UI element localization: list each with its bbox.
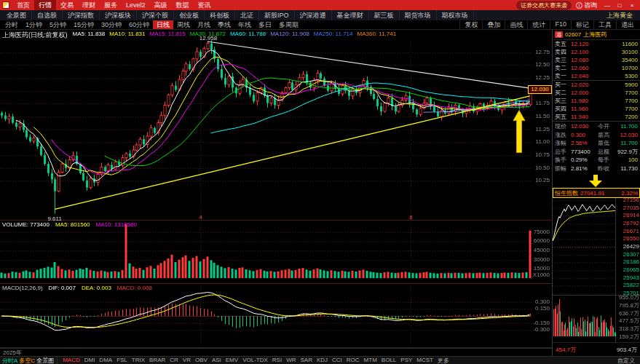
bid-row[interactable]: 买三 11.980 7700 <box>553 97 640 105</box>
period-item[interactable]: 1分钟 <box>22 20 46 29</box>
bottom-tab[interactable]: 多空C <box>19 357 35 364</box>
chart-tool-item[interactable]: 退出 <box>616 20 639 30</box>
bid-price[interactable]: 12.000 <box>571 90 597 96</box>
period-item[interactable]: 季线 <box>214 20 234 29</box>
minimize-button[interactable]: — <box>601 1 613 10</box>
period-item[interactable]: 15分钟 <box>70 20 98 29</box>
bid-price[interactable]: 11.940 <box>571 114 597 120</box>
menu-item[interactable]: 数据 <box>172 0 194 10</box>
volume-canvas[interactable] <box>0 221 552 284</box>
market-menu-item[interactable]: 沪深板块 <box>100 10 137 20</box>
chart-tool-item[interactable]: 叠加 <box>482 20 505 30</box>
promo-banner[interactable]: 证券交易大赛来袭 <box>516 1 572 10</box>
period-item[interactable]: 5分钟 <box>46 20 70 29</box>
chart-tool-item[interactable]: 统计 <box>527 20 550 30</box>
period-item[interactable]: 多周期 <box>275 20 302 29</box>
macd-canvas[interactable] <box>0 284 552 348</box>
indicator-item[interactable]: BRAR <box>147 357 167 364</box>
market-menu-item[interactable]: 沪深个股 <box>137 10 174 20</box>
period-item[interactable]: 年线 <box>234 20 255 29</box>
indicator-item[interactable]: ASI <box>210 357 224 364</box>
market-menu-item[interactable]: 新股IPO <box>259 10 295 20</box>
ask-row[interactable]: 卖一 12.040 5300 <box>553 72 640 80</box>
bid-row[interactable]: 买一 12.020 5900 <box>553 81 640 89</box>
market-menu-item[interactable]: 北证 <box>235 10 259 20</box>
bid-price[interactable]: 11.980 <box>571 98 597 104</box>
market-menu-item[interactable]: 创业板 <box>174 10 205 20</box>
indicator-item[interactable]: DMI <box>82 357 98 364</box>
menu-item[interactable]: 高级 <box>150 0 172 10</box>
menu-item[interactable]: 首页 <box>12 0 34 10</box>
indicator-item[interactable]: WR <box>284 357 298 364</box>
ask-row[interactable]: 卖五 12.120 11600 <box>553 40 640 48</box>
indicator-item[interactable]: OBV <box>193 357 210 364</box>
chart-tool-item[interactable]: 工具 <box>593 20 616 30</box>
ask-price[interactable]: 12.040 <box>571 73 597 79</box>
indicator-item[interactable]: PSY <box>398 357 414 364</box>
period-item[interactable]: 周线 <box>173 20 194 29</box>
bid-price[interactable]: 11.960 <box>571 106 597 112</box>
indicator-item[interactable]: CR <box>167 357 181 364</box>
chart-tool-item[interactable]: 画线 <box>505 20 527 30</box>
menu-item[interactable]: 交易 <box>56 0 78 10</box>
menu-item[interactable]: 行情 <box>34 0 56 10</box>
period-item[interactable]: 多日 <box>255 20 275 29</box>
indicator-item[interactable]: 更多 <box>435 357 451 364</box>
chart-tool-item[interactable]: F10 <box>550 20 571 30</box>
market-menu-extra[interactable]: 上海黄金 <box>607 11 639 20</box>
quote-header[interactable]: 港 02607 上海医药 <box>553 30 640 40</box>
indicator-item[interactable]: MACD <box>60 357 82 364</box>
indicator-item[interactable]: FSL <box>114 357 130 364</box>
indicator-item[interactable]: BOLL <box>379 357 398 364</box>
market-menu-item[interactable]: 沪深港通 <box>295 10 332 20</box>
period-item[interactable]: 30分钟 <box>98 20 125 29</box>
bottom-tab[interactable]: 全景图 <box>36 357 54 364</box>
indicator-item[interactable]: SAR <box>298 357 314 364</box>
market-menu-item[interactable]: 新三板 <box>369 10 400 20</box>
market-menu-item[interactable]: 沪深指数 <box>63 10 100 20</box>
market-menu-item[interactable]: 全景图 <box>1 10 32 20</box>
ask-price[interactable]: 12.100 <box>571 49 597 55</box>
indicator-item[interactable]: EMV <box>224 357 240 364</box>
period-item[interactable]: 月线 <box>194 20 214 29</box>
period-item[interactable]: 分时 <box>1 20 22 29</box>
menu-item[interactable]: 资讯 <box>194 0 216 10</box>
ask-price[interactable]: 12.120 <box>571 41 597 47</box>
ask-price[interactable]: 12.080 <box>571 57 597 63</box>
bottom-tab[interactable]: 分时A <box>2 357 17 364</box>
market-menu-item[interactable]: 期权市场 <box>437 10 474 20</box>
indicator-item[interactable]: RSI <box>270 357 284 364</box>
indicator-item[interactable]: VR <box>181 357 193 364</box>
chart-tool-item[interactable]: 复权 <box>459 20 482 30</box>
indicator-item[interactable]: ROC <box>344 357 362 364</box>
menu-item[interactable]: 服务 <box>100 0 122 10</box>
market-menu-item[interactable]: 期货市场 <box>400 10 437 20</box>
indicator-item[interactable]: VOL-TDX <box>240 357 270 364</box>
market-menu-item[interactable]: 科创板 <box>205 10 235 20</box>
indicator-item[interactable]: CCI <box>330 357 344 364</box>
close-button[interactable]: × <box>626 1 638 10</box>
indicator-item[interactable]: TRIX <box>130 357 147 364</box>
indicator-item[interactable]: MCST <box>414 357 435 364</box>
maximize-button[interactable]: □ <box>614 1 625 10</box>
chart-tool-item[interactable]: 标记 <box>571 20 593 30</box>
candlestick-canvas[interactable] <box>0 30 552 221</box>
period-item[interactable]: 60分钟 <box>125 20 153 29</box>
indicator-item[interactable]: KDJ <box>315 357 330 364</box>
market-menu-item[interactable]: 自选股 <box>32 10 63 20</box>
consult-button[interactable]: i 咨询 <box>576 1 597 10</box>
ask-price[interactable]: 12.060 <box>571 65 597 71</box>
market-menu-item[interactable]: 基金理财 <box>332 10 369 20</box>
period-item[interactable]: 日线 <box>153 20 173 29</box>
indicator-item[interactable]: MTM <box>362 357 379 364</box>
ask-row[interactable]: 卖二 12.060 10700 <box>553 64 640 72</box>
bid-row[interactable]: 买二 12.000 7700 <box>553 89 640 97</box>
bottom-right-item[interactable]: 自定义 <box>617 357 635 364</box>
menu-item[interactable]: Level2 <box>122 0 150 10</box>
ask-row[interactable]: 卖四 12.100 30100 <box>553 48 640 56</box>
bid-price[interactable]: 12.020 <box>571 82 597 88</box>
ask-row[interactable]: 卖三 12.080 35400 <box>553 56 640 64</box>
indicator-item[interactable]: DMA <box>97 357 114 364</box>
bid-row[interactable]: 买五 11.940 7200 <box>553 113 640 121</box>
bid-row[interactable]: 买四 11.960 7700 <box>553 105 640 113</box>
